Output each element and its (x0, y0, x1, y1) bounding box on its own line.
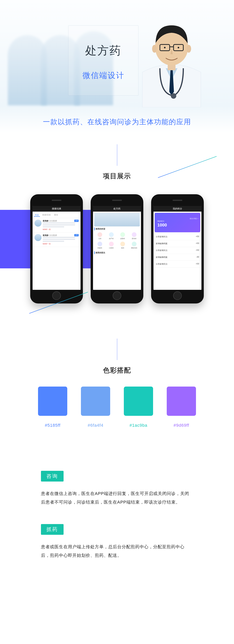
phone-band: 搜索结果 药品 疾病/症状 医生 黄美静 主任医师 三甲 (0, 194, 234, 319)
hero-main-doctor (131, 10, 212, 107)
section-features: 咨询 患者在微信上咨询，医生在APP端进行回复，医生可开启或关闭问诊，关闭后患者… (41, 471, 193, 560)
swatch-box (124, 386, 153, 416)
score-value: 1000 (157, 222, 200, 228)
screen-header: 搜索结果 (32, 206, 80, 212)
phone-mockup: 我的积分 积分详情 > 我的积分 1000 分享新增关注+50 新增健康档案+5… (151, 194, 204, 304)
phones-row: 搜索结果 药品 疾病/症状 医生 黄美静 主任医师 三甲 (0, 194, 234, 304)
dept-item: 神经内科 (129, 242, 140, 249)
swatch-hex: #9d69ff (167, 423, 196, 428)
hero-subtitle: 微信端设计 (82, 70, 124, 81)
hero-title-card: 处方药 微信端设计 (68, 25, 138, 96)
score-row: 分享新增关注+50 (155, 261, 200, 268)
phone-screen-search: 搜索结果 药品 疾病/症状 医生 黄美静 主任医师 三甲 (32, 206, 80, 290)
swatch-hex: #5185ff (38, 423, 67, 428)
swatch-hex: #1ac9ba (124, 423, 153, 428)
feature-block: 咨询 患者在微信上咨询，医生在APP端进行回复，医生可开启或关闭问诊，关闭后患者… (41, 471, 193, 506)
section-rule (117, 144, 117, 166)
badge: 三甲 (74, 220, 78, 222)
score-card: 积分详情 > 我的积分 1000 (155, 213, 200, 232)
score-row: 新增健康档案+50 (155, 240, 200, 247)
dept-item: 口腔科 (106, 242, 117, 249)
score-row: 新增健康档案-60 (155, 254, 200, 261)
score-row: 分享新增关注+50 (155, 234, 200, 240)
swatch-box (167, 386, 196, 416)
dept-item: 外眼科 (94, 242, 105, 249)
score-label: 我的积分 (157, 220, 200, 222)
dept-grid: 儿科 妇产科 皮肤科 肝内科 外眼科 口腔科 骨科 神经内科 (94, 231, 140, 250)
swatch-box (38, 386, 67, 416)
section-showcase: 项目展示 搜索结果 药品 疾病/症状 医生 (0, 132, 234, 327)
dept-item: 妇产科 (106, 232, 117, 240)
dept-item: 皮肤科 (118, 232, 128, 240)
section-title-showcase: 项目展示 (0, 172, 234, 180)
price: ¥200/一次 (43, 242, 78, 245)
score-detail-link: 积分详情 > (157, 218, 200, 220)
swatch: #5185ff (38, 386, 67, 428)
tab: 医生 (53, 214, 59, 217)
tab: 疾病/症状 (41, 214, 52, 217)
dept-item: 骨科 (118, 242, 128, 249)
swatch: #9d69ff (167, 386, 196, 428)
phone-mockup: 处方药 推荐的科室 儿科 妇产科 皮肤科 肝内科 外眼科 口腔科 骨科 神经内 (91, 194, 143, 304)
phone-screen-home: 处方药 推荐的科室 儿科 妇产科 皮肤科 肝内科 外眼科 口腔科 骨科 神经内 (93, 206, 141, 290)
score-row: 分享新增关注+50 (155, 247, 200, 254)
hero-tagline: 一款以抓药、在线咨询问诊为主体功能的应用 (0, 117, 234, 127)
hero-title: 处方药 (85, 43, 122, 58)
price: ¥200/一次 (43, 228, 78, 231)
badge: 三甲 (74, 234, 78, 236)
feature-tag: 咨询 (41, 471, 64, 482)
feature-body: 患者或医生在用户端上传处方单，总后台分配煎药中心，分配至煎药中心后，煎药中心即开… (41, 542, 193, 560)
svg-point-9 (178, 47, 179, 48)
section-label: 推荐的医生 (94, 252, 140, 254)
feature-block: 抓药 患者或医生在用户端上传处方单，总后台分配煎药中心，分配至煎药中心后，煎药中… (41, 524, 193, 560)
avatar (34, 220, 42, 227)
svg-point-0 (171, 93, 176, 99)
svg-point-4 (186, 45, 191, 53)
dept-item: 肝内科 (129, 232, 140, 240)
doctor-item: 黄美静 主任医师 三甲 ¥200/一次 (34, 218, 79, 232)
swatch-hex: #6fa4f4 (81, 423, 110, 428)
svg-point-8 (164, 47, 166, 48)
swatch: #6fa4f4 (81, 386, 110, 428)
section-palette: 色彩搭配 #5185ff #6fa4f4 #1ac9ba #9d69ff (0, 327, 234, 436)
hero: 处方药 微信端设计 一款以抓药、在线咨询问诊为主体功能的应用 (0, 0, 234, 132)
phone-mockup: 搜索结果 药品 疾病/症状 医生 黄美静 主任医师 三甲 (30, 194, 83, 304)
swatch-box (81, 386, 110, 416)
avatar (34, 234, 42, 241)
feature-tag: 抓药 (41, 524, 64, 535)
feature-body: 患者在微信上咨询，医生在APP端进行回复，医生可开启或关闭问诊，关闭后患者不可问… (41, 489, 193, 506)
swatch: #1ac9ba (124, 386, 153, 428)
section-rule (117, 338, 117, 360)
swatch-row: #5185ff #6fa4f4 #1ac9ba #9d69ff (0, 386, 234, 428)
svg-point-3 (152, 45, 157, 53)
dept-item: 儿科 (94, 232, 105, 240)
phone-screen-score: 我的积分 积分详情 > 我的积分 1000 分享新增关注+50 新增健康档案+5… (154, 206, 202, 290)
section-label: 推荐的科室 (94, 228, 140, 230)
banner-image (94, 213, 140, 226)
tab: 药品 (34, 214, 40, 217)
screen-header: 我的积分 (154, 206, 202, 212)
doctor-item: 黄美静 主任医师 三甲 ¥200/一次 (34, 232, 79, 247)
screen-header: 处方药 (93, 206, 141, 212)
section-title-palette: 色彩搭配 (0, 366, 234, 375)
